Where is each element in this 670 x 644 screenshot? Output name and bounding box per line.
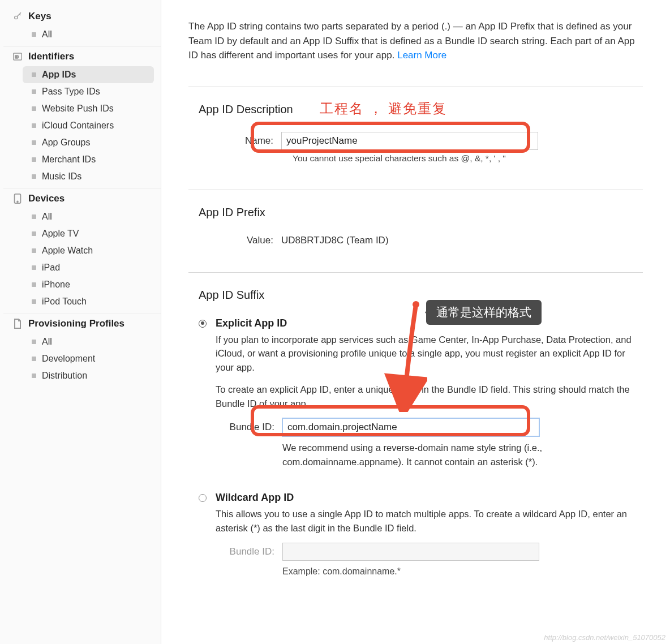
annotation-red-text: 工程名 ， 避免重复 [320, 100, 447, 118]
id-icon: ID [12, 51, 23, 62]
sidebar-item-label: iPad [42, 263, 60, 273]
sidebar-item-label: Development [42, 354, 95, 364]
sidebar-item-merchant-ids[interactable]: Merchant IDs [23, 151, 154, 168]
bundle-label-wildcard: Bundle ID: [216, 546, 274, 557]
wildcard-app-id-block: Wildcard App ID This allows you to use a… [188, 492, 643, 577]
sidebar-group-devices: Devices All Apple TV Apple Watch iPad iP… [3, 188, 161, 310]
bullet-icon [32, 157, 36, 162]
explicit-app-id-block: Explicit App ID If you plan to incorpora… [188, 317, 643, 477]
sidebar-item-pass-type-ids[interactable]: Pass Type IDs [23, 83, 154, 100]
learn-more-link[interactable]: Learn More [397, 50, 446, 61]
sidebar-item-label: Apple TV [42, 229, 79, 239]
wildcard-desc: This allows you to use a single App ID t… [216, 507, 643, 535]
bullet-icon [32, 373, 36, 378]
bullet-icon [32, 248, 36, 253]
name-input[interactable] [281, 132, 538, 150]
bullet-icon [32, 32, 36, 37]
sidebar-item-label: iCloud Containers [42, 121, 114, 131]
sidebar-item-devices-all[interactable]: All [23, 208, 154, 225]
sidebar-item-website-push-ids[interactable]: Website Push IDs [23, 100, 154, 117]
sidebar-item-label: All [42, 212, 52, 222]
sidebar-item-label: All [42, 29, 52, 40]
form-row-bundle-wildcard: Bundle ID: [216, 543, 643, 561]
bullet-icon [32, 72, 36, 77]
explicit-desc-2: To create an explicit App ID, enter a un… [216, 383, 643, 411]
bullet-icon [32, 123, 36, 128]
bundle-hint: We recommend using a reverse-domain name… [216, 441, 544, 469]
sidebar-item-apple-tv[interactable]: Apple TV [23, 225, 154, 242]
bullet-icon [32, 231, 36, 236]
divider [188, 87, 643, 87]
bundle-label: Bundle ID: [216, 422, 274, 433]
sidebar-item-development[interactable]: Development [23, 350, 154, 367]
sidebar-item-label: App Groups [42, 138, 90, 148]
bullet-icon [32, 340, 36, 344]
sidebar-item-music-ids[interactable]: Music IDs [23, 168, 154, 185]
sidebar-item-ipod-touch[interactable]: iPod Touch [23, 293, 154, 310]
sidebar-item-app-ids[interactable]: App IDs [23, 66, 154, 83]
watermark: http://blog.csdn.net/weixin_51070052 [544, 633, 665, 642]
key-icon [12, 11, 23, 22]
sidebar-header-label: Identifiers [28, 51, 74, 62]
annotation-tooltip: 通常是这样的格式 [426, 300, 542, 325]
sidebar-item-label: All [42, 337, 52, 347]
sidebar-item-keys-all[interactable]: All [23, 26, 154, 43]
sidebar-item-app-groups[interactable]: App Groups [23, 134, 154, 151]
sidebar-item-label: Music IDs [42, 171, 81, 182]
section-title-suffix: App ID Suffix [188, 289, 643, 302]
sidebar-item-label: App IDs [42, 70, 76, 80]
sidebar-item-label: Pass Type IDs [42, 87, 100, 97]
bullet-icon [32, 174, 36, 179]
sidebar-item-label: iPod Touch [42, 297, 87, 307]
prefix-value: UD8BRTJD8C (Team ID) [281, 235, 389, 246]
sidebar: Keys All ID Identifiers App IDs Pass Typ… [0, 0, 161, 644]
sidebar-group-profiles: Provisioning Profiles All Development Di… [3, 314, 161, 384]
sidebar-header-keys[interactable]: Keys [3, 7, 161, 26]
radio-explicit[interactable] [199, 320, 207, 328]
sidebar-header-identifiers[interactable]: ID Identifiers [3, 46, 161, 66]
explicit-desc-1: If you plan to incorporate app services … [216, 333, 643, 375]
svg-point-0 [15, 16, 18, 19]
bullet-icon [32, 357, 36, 361]
bullet-icon [32, 299, 36, 304]
radio-wildcard[interactable] [199, 494, 207, 502]
svg-point-4 [17, 201, 18, 203]
profile-icon [12, 319, 23, 329]
intro-paragraph: The App ID string contains two parts sep… [188, 19, 643, 63]
sidebar-item-profiles-all[interactable]: All [23, 333, 154, 350]
sidebar-item-label: Apple Watch [42, 246, 93, 256]
bullet-icon [32, 282, 36, 287]
wildcard-title: Wildcard App ID [216, 492, 643, 504]
section-title-prefix: App ID Prefix [188, 206, 643, 219]
sidebar-item-label: Website Push IDs [42, 104, 114, 114]
sidebar-item-label: Distribution [42, 371, 87, 381]
name-label: Name: [199, 135, 273, 147]
prefix-value-label: Value: [199, 235, 273, 246]
bullet-icon [32, 265, 36, 270]
form-row-prefix-value: Value: UD8BRTJD8C (Team ID) [188, 235, 643, 246]
bullet-icon [32, 89, 36, 94]
sidebar-item-apple-watch[interactable]: Apple Watch [23, 242, 154, 259]
divider [188, 272, 643, 273]
name-hint: You cannot use special characters such a… [188, 153, 643, 164]
form-row-bundle-explicit: Bundle ID: [216, 418, 643, 436]
sidebar-group-identifiers: ID Identifiers App IDs Pass Type IDs Web… [3, 46, 161, 185]
sidebar-group-keys: Keys All [3, 7, 161, 43]
sidebar-item-label: iPhone [42, 280, 70, 290]
sidebar-item-icloud-containers[interactable]: iCloud Containers [23, 117, 154, 134]
sidebar-header-devices[interactable]: Devices [3, 188, 161, 208]
wildcard-example: Example: com.domainname.* [216, 566, 643, 577]
sidebar-header-label: Keys [28, 11, 51, 22]
sidebar-item-ipad[interactable]: iPad [23, 259, 154, 276]
sidebar-header-profiles[interactable]: Provisioning Profiles [3, 314, 161, 333]
bundle-id-explicit-input[interactable] [282, 418, 539, 436]
form-row-name: Name: [188, 132, 643, 150]
sidebar-header-label: Provisioning Profiles [28, 318, 124, 329]
bullet-icon [32, 106, 36, 111]
sidebar-item-iphone[interactable]: iPhone [23, 276, 154, 293]
sidebar-header-label: Devices [28, 193, 65, 204]
bullet-icon [32, 214, 36, 219]
bundle-id-wildcard-input[interactable] [282, 543, 539, 561]
sidebar-item-distribution[interactable]: Distribution [23, 367, 154, 384]
sidebar-item-label: Merchant IDs [42, 154, 96, 165]
